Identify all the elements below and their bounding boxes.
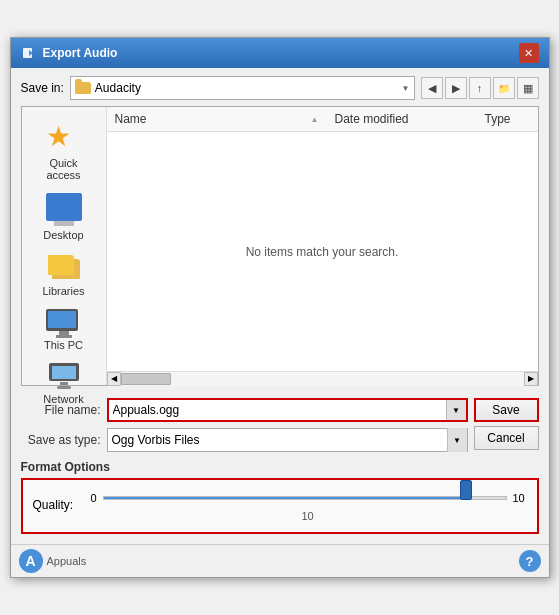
slider-current-value: 10 — [301, 510, 313, 522]
filename-dropdown-arrow[interactable]: ▼ — [446, 400, 466, 420]
sidebar-label-quick-access: Quick access — [32, 157, 96, 181]
form-inputs: File name: ▼ Save as type: Ogg Vorbis Fi… — [21, 392, 468, 452]
slider-container[interactable] — [103, 488, 507, 508]
file-area: Name ▲ Date modified Type No items match… — [107, 107, 538, 385]
dialog-title: Export Audio — [43, 46, 118, 60]
help-button[interactable]: ? — [519, 550, 541, 572]
sidebar-label-desktop: Desktop — [43, 229, 83, 241]
quality-row: Quality: 0 10 — [33, 488, 527, 522]
appuals-logo-text: Appuals — [47, 555, 87, 567]
col-type-label: Type — [485, 112, 511, 126]
slider-area: 0 10 10 — [89, 488, 527, 522]
dialog-body: Save in: Audacity ▼ ◀ ▶ ↑ 📁 — [11, 68, 549, 544]
save-as-type-value: Ogg Vorbis Files — [108, 433, 447, 447]
save-in-label: Save in: — [21, 81, 64, 95]
desktop-icon — [46, 193, 82, 225]
slider-fill — [104, 497, 466, 499]
scroll-right-button[interactable]: ▶ — [524, 372, 538, 386]
view-icon: ▦ — [523, 82, 533, 95]
scroll-left-icon: ◀ — [111, 374, 117, 383]
new-folder-icon: 📁 — [498, 83, 510, 94]
scroll-track[interactable] — [121, 372, 524, 386]
slider-max-label: 10 — [511, 492, 527, 504]
sort-arrow-icon: ▲ — [311, 115, 319, 124]
up-icon: ↑ — [477, 82, 483, 94]
save-in-dropdown[interactable]: Audacity ▼ — [70, 76, 415, 100]
file-header: Name ▲ Date modified Type — [107, 107, 538, 132]
save-as-type-wrapper[interactable]: Ogg Vorbis Files ▼ — [107, 428, 468, 452]
libraries-icon — [46, 253, 82, 283]
bottom-content: A Appuals ? — [19, 549, 541, 573]
main-area: ★ Quick access Desktop Libraries — [21, 106, 539, 386]
view-button[interactable]: ▦ — [517, 77, 539, 99]
sidebar-item-desktop[interactable]: Desktop — [26, 189, 102, 245]
save-as-type-row: Save as type: Ogg Vorbis Files ▼ — [21, 428, 468, 452]
scroll-thumb[interactable] — [121, 373, 171, 385]
folder-icon — [75, 82, 91, 94]
slider-thumb[interactable] — [460, 480, 472, 500]
column-date-modified[interactable]: Date modified — [327, 109, 477, 129]
appuals-logo-icon: A — [19, 549, 43, 573]
column-type[interactable]: Type — [477, 109, 538, 129]
title-bar: Export Audio ✕ — [11, 38, 549, 68]
slider-value-row: 10 — [89, 510, 527, 522]
empty-message: No items match your search. — [246, 245, 399, 259]
up-button[interactable]: ↑ — [469, 77, 491, 99]
slider-min-label: 0 — [89, 492, 99, 504]
file-name-input[interactable] — [109, 400, 446, 420]
sidebar-label-thispc: This PC — [44, 339, 83, 351]
sidebar-label-libraries: Libraries — [42, 285, 84, 297]
dropdown-arrow-icon: ▼ — [402, 84, 410, 93]
new-folder-button[interactable]: 📁 — [493, 77, 515, 99]
col-name-label: Name — [115, 112, 147, 126]
close-button[interactable]: ✕ — [519, 43, 539, 63]
slider-track — [103, 496, 507, 500]
help-icon: ? — [526, 554, 534, 569]
save-as-type-arrow[interactable]: ▼ — [447, 428, 467, 452]
chevron-down-icon: ▼ — [452, 406, 460, 415]
action-buttons: Save Cancel — [474, 398, 539, 452]
format-options-section: Format Options Quality: 0 — [21, 460, 539, 534]
sidebar-item-libraries[interactable]: Libraries — [26, 249, 102, 301]
star-icon: ★ — [46, 121, 71, 152]
sidebar-item-quick-access[interactable]: ★ Quick access — [26, 115, 102, 185]
file-name-input-wrapper: ▼ — [107, 398, 468, 422]
slider-track-row: 0 10 — [89, 488, 527, 508]
quality-label: Quality: — [33, 498, 83, 512]
save-button[interactable]: Save — [474, 398, 539, 422]
scroll-right-icon: ▶ — [528, 374, 534, 383]
scroll-left-button[interactable]: ◀ — [107, 372, 121, 386]
cancel-button[interactable]: Cancel — [474, 426, 539, 450]
save-in-nav: ◀ ▶ ↑ 📁 ▦ — [421, 77, 539, 99]
save-in-folder-name: Audacity — [95, 81, 141, 95]
form-rows: File name: ▼ Save as type: Ogg Vorbis Fi… — [21, 392, 539, 452]
back-icon: ◀ — [428, 82, 436, 95]
chevron-down-icon-2: ▼ — [453, 436, 461, 445]
file-name-row: File name: ▼ — [21, 398, 468, 422]
column-name[interactable]: Name ▲ — [107, 109, 327, 129]
title-bar-left: Export Audio — [21, 45, 118, 61]
quick-access-icon: ★ — [46, 119, 82, 155]
forward-button[interactable]: ▶ — [445, 77, 467, 99]
forward-icon: ▶ — [452, 82, 460, 95]
network-icon — [46, 363, 82, 391]
save-in-dropdown-left: Audacity — [75, 81, 141, 95]
thispc-icon — [46, 309, 82, 337]
bottom-bar: A Appuals ? — [11, 544, 549, 577]
format-options-box: Quality: 0 10 — [21, 478, 539, 534]
file-content-empty: No items match your search. — [107, 132, 538, 371]
export-audio-dialog: Export Audio ✕ Save in: Audacity ▼ ◀ ▶ — [10, 37, 550, 578]
save-as-type-label: Save as type: — [21, 433, 101, 447]
format-options-title: Format Options — [21, 460, 539, 474]
sidebar-item-thispc[interactable]: This PC — [26, 305, 102, 355]
sidebar: ★ Quick access Desktop Libraries — [22, 107, 107, 385]
back-button[interactable]: ◀ — [421, 77, 443, 99]
appuals-logo: A Appuals — [19, 549, 87, 573]
horizontal-scrollbar[interactable]: ◀ ▶ — [107, 371, 538, 385]
audio-export-icon — [21, 45, 37, 61]
file-name-label: File name: — [21, 403, 101, 417]
save-in-row: Save in: Audacity ▼ ◀ ▶ ↑ 📁 — [21, 76, 539, 100]
col-date-label: Date modified — [335, 112, 409, 126]
